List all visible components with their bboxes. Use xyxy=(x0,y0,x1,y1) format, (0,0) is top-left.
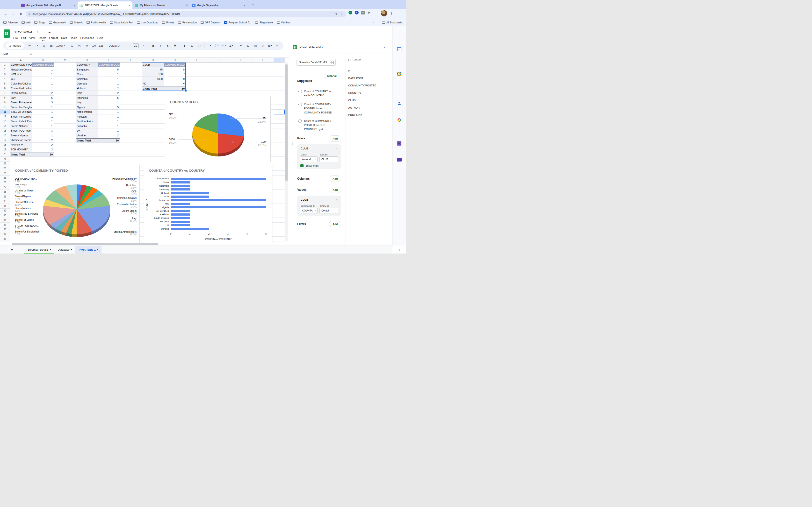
extension-s-box-icon[interactable]: S xyxy=(361,11,365,14)
bookmark-item[interactable]: Private xyxy=(162,21,174,24)
pivot-value-cell[interactable]: 1 xyxy=(32,77,54,81)
column-header-A[interactable]: A xyxy=(10,58,32,62)
toolbar-zoom-button[interactable]: 100%▾ xyxy=(55,43,66,49)
row-header-7[interactable]: 7 xyxy=(0,91,10,96)
add-sheet-icon[interactable]: + xyxy=(11,247,13,252)
field-item[interactable]: COMMUNITY POSTED xyxy=(348,84,376,87)
pivot-value-cell[interactable]: 1 xyxy=(32,81,54,86)
all-bookmarks-button[interactable]: All Bookmarks xyxy=(382,21,403,24)
browser-tab[interactable]: SEC-S20W4 - Google Sheets× xyxy=(78,1,133,9)
row-header-20[interactable]: 20 xyxy=(0,152,10,157)
chart-country-bar[interactable]: COUNTA of COUNTRY vs COUNTRY⋮012345Bangl… xyxy=(144,165,272,243)
bookmark-item[interactable]: Grammarly xyxy=(49,21,66,24)
pivot-value-cell[interactable]: 2 xyxy=(98,133,120,138)
pivot-value-cell[interactable]: 1 xyxy=(32,124,54,129)
field-item[interactable]: COUNTRY xyxy=(348,92,361,95)
pivot-row-label[interactable]: Steem For Bangladesh xyxy=(10,105,32,110)
sheets-logo-icon[interactable] xyxy=(4,30,10,38)
pivot-value-cell[interactable]: 5 xyxy=(98,67,120,72)
row-header-22[interactable]: 22 xyxy=(0,162,10,166)
pivot-row-label[interactable]: Steem For Ladies xyxy=(10,114,32,119)
toolbar-merge-cells-button[interactable]: ◫▾ xyxy=(196,43,203,49)
pivot-value-cell[interactable]: 5 xyxy=(32,96,54,101)
suggestion-radio[interactable] xyxy=(298,103,302,106)
pivot-value-cell[interactable]: 2 xyxy=(32,138,54,143)
pivot-row-label[interactable]: Steem POD Team xyxy=(10,128,32,133)
pivot-value-cell[interactable]: 3 xyxy=(32,100,54,105)
sheet-tab-caret-icon[interactable]: ▾ xyxy=(50,249,51,251)
select-range-icon[interactable] xyxy=(330,61,334,64)
pivot-value-cell[interactable]: 2 xyxy=(98,91,120,96)
menu-data[interactable]: Data xyxy=(59,36,69,40)
toolbar-text-rotation-button[interactable]: ∠▾ xyxy=(227,43,235,49)
row-header-35[interactable]: 35 xyxy=(0,223,10,227)
row-header-10[interactable]: 10 xyxy=(0,105,10,110)
pivot-value-cell[interactable]: 2 xyxy=(32,91,54,96)
menu-tools[interactable]: Tools xyxy=(69,36,79,40)
pivot-header-cell[interactable]: COUNTA of COMMUNITY POSTED xyxy=(32,62,54,67)
select-all-corner[interactable] xyxy=(0,58,10,62)
chart-menu-icon[interactable]: ⋮ xyxy=(266,99,269,102)
row-header-12[interactable]: 12 xyxy=(0,114,10,119)
field-item[interactable]: AUTHOR xyxy=(348,106,360,109)
bookmark-item[interactable]: Persentation xyxy=(178,21,197,24)
field-item[interactable]: CLUB xyxy=(348,99,356,102)
pivot-row-label[interactable]: Hindwhale Community xyxy=(10,67,32,72)
toolbar-print-button[interactable]: ▤ xyxy=(41,43,48,49)
suggestion-radio[interactable] xyxy=(298,90,302,93)
row-header-27[interactable]: 27 xyxy=(0,185,10,190)
pivot-row-label[interactable]: Steem Kids & Parents xyxy=(10,119,32,124)
row-header-21[interactable]: 21 xyxy=(0,157,10,162)
site-settings-icon[interactable]: ≡ xyxy=(29,12,30,15)
suggestion-label[interactable]: Count of COUNTRY for each COUNTRY xyxy=(304,89,338,98)
contacts-icon[interactable] xyxy=(397,102,401,106)
pivot-row-label[interactable]: Italy xyxy=(10,96,32,101)
name-box[interactable]: M11 ▾ xyxy=(0,53,24,56)
bookmark-star-icon[interactable]: ☆ xyxy=(340,12,343,16)
pivot-value-cell[interactable]: 2 xyxy=(98,86,120,91)
pivot-value-cell[interactable]: 1 xyxy=(98,124,120,129)
extensions-puzzle-icon[interactable]: ❖ xyxy=(367,11,370,14)
pivot-value-cell[interactable]: 1 xyxy=(32,114,54,119)
row-header-5[interactable]: 5 xyxy=(0,81,10,86)
chart-menu-icon[interactable]: ⋮ xyxy=(136,167,139,171)
sheet-tab-database[interactable]: Database▾ xyxy=(54,246,75,254)
suggestion-radio[interactable] xyxy=(298,119,302,123)
pivot-row-label[interactable]: China xyxy=(76,72,98,77)
extension-steemit-icon[interactable]: S xyxy=(355,11,359,14)
panel-drag-handle[interactable]: ⋮⋮ xyxy=(291,143,294,146)
column-header-L[interactable]: L xyxy=(252,58,274,62)
row-header-31[interactable]: 31 xyxy=(0,204,10,209)
row-header-33[interactable]: 33 xyxy=(0,213,10,218)
toolbar-undo-button[interactable]: ↶ xyxy=(27,43,33,49)
field-item[interactable]: DATE POST xyxy=(348,77,363,80)
suggestion-label[interactable]: Count of COMMUNITY POSTED for each COUNT… xyxy=(304,119,338,131)
pivot-row-label[interactable]: Ukraine xyxy=(76,133,98,138)
bookmark-item[interactable]: Blogs xyxy=(34,21,45,24)
pivot-value-cell[interactable]: 1 xyxy=(98,128,120,133)
document-title[interactable]: SEC-S20W4 xyxy=(13,31,32,34)
url-bar[interactable]: ≡ docs.google.com/spreadsheets/d/1yU-L-6… xyxy=(26,11,346,17)
row-header-25[interactable]: 25 xyxy=(0,175,10,180)
pivot-row-label[interactable]: Pakistan xyxy=(76,114,98,119)
suggestion-label[interactable]: Count of COMMUNITY POSTED for each COMMU… xyxy=(304,102,338,115)
pivot-row-label[interactable]: Not identified xyxy=(76,110,98,114)
bookmark-item[interactable]: GPT Detector xyxy=(201,21,220,24)
column-header-B[interactable]: B xyxy=(32,58,54,62)
pivot-grand-total-value[interactable]: 30 xyxy=(98,138,120,143)
toolbar-font-size-button[interactable]: 10 xyxy=(132,43,140,49)
pivot-row-label[interactable]: Colombia-Original xyxy=(10,81,32,86)
bookmark-item[interactable]: Link Download xyxy=(137,21,158,24)
toolbar-format-percent-button[interactable]: % xyxy=(76,43,83,49)
extension-grammarly-icon[interactable]: G xyxy=(349,11,352,14)
menu-insert[interactable]: Insert xyxy=(37,36,47,40)
row-header-16[interactable]: 16 xyxy=(0,133,10,138)
column-header-E[interactable]: E xyxy=(98,58,120,62)
pivot-value-cell[interactable]: 1 xyxy=(98,81,120,86)
pivot-row-label[interactable]: South of Africa xyxy=(76,119,98,124)
pivot-value-cell[interactable]: 1 xyxy=(32,119,54,124)
name-box-caret-icon[interactable]: ▾ xyxy=(12,53,13,55)
toolbar-text-wrap-button[interactable]: ↪▾ xyxy=(220,43,227,49)
tasks-icon[interactable]: ✓ xyxy=(397,72,401,75)
summarise-by-select[interactable]: COUNTA▾ xyxy=(300,208,317,213)
